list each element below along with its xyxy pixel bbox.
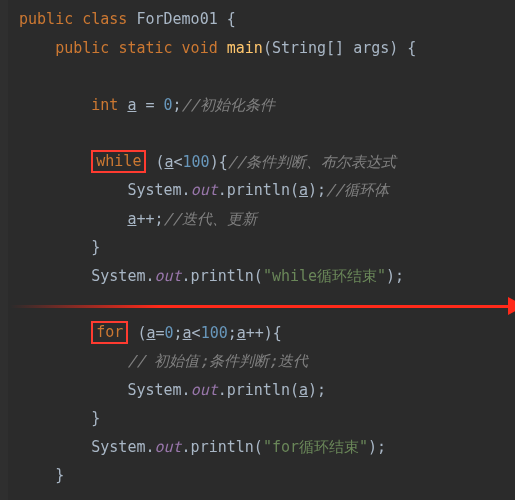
- string-literal: "while循环结束": [263, 267, 386, 285]
- brace: }: [91, 238, 100, 256]
- keyword-while: while: [96, 152, 141, 170]
- code-line: System.out.println("while循环结束");: [10, 262, 515, 291]
- gutter-fold-region: [0, 0, 8, 500]
- comment: //初始化条件: [182, 96, 275, 114]
- brace: }: [91, 409, 100, 427]
- blank-line: [10, 290, 515, 319]
- code-line: while (a<100){//条件判断、布尔表达式: [10, 148, 515, 177]
- method-println: .println(: [182, 438, 263, 456]
- method-println: .println(: [218, 381, 299, 399]
- method-println: .println(: [182, 267, 263, 285]
- code-line: int a = 0;//初始化条件: [10, 91, 515, 120]
- blank-line: [10, 62, 515, 91]
- operator: =: [136, 96, 163, 114]
- code-line: }: [10, 233, 515, 262]
- code-line: System.out.println(a);: [10, 376, 515, 405]
- comment: //循环体: [326, 181, 389, 199]
- operator-brace: ++){: [246, 324, 282, 342]
- semicolon: ;: [228, 324, 237, 342]
- semicolon: ;: [173, 96, 182, 114]
- system-class: System.: [91, 267, 154, 285]
- field-out: out: [155, 438, 182, 456]
- comment: // 初始值;条件判断;迭代: [127, 352, 307, 370]
- arrow-line: [10, 305, 508, 308]
- method-signature: (String[] args) {: [263, 39, 417, 57]
- arrow-head-icon: [508, 297, 515, 315]
- paren: (: [128, 324, 146, 342]
- keyword-static: static: [118, 39, 172, 57]
- paren-semi: );: [386, 267, 404, 285]
- brace: {: [218, 10, 236, 28]
- comment: //迭代、更新: [164, 210, 257, 228]
- semicolon: ;: [174, 324, 183, 342]
- highlight-box-for: for: [91, 321, 128, 345]
- keyword-public: public: [55, 39, 109, 57]
- field-out: out: [191, 181, 218, 199]
- code-line: // 初始值;条件判断;迭代: [10, 347, 515, 376]
- keyword-for: for: [96, 323, 123, 341]
- field-out: out: [155, 267, 182, 285]
- paren-brace: ){: [210, 153, 228, 171]
- variable-a: a: [183, 324, 192, 342]
- code-line: }: [10, 461, 515, 490]
- keyword-void: void: [182, 39, 218, 57]
- code-line: public static void main(String[] args) {: [10, 34, 515, 63]
- comment: //条件判断、布尔表达式: [228, 153, 396, 171]
- method-println: .println(: [218, 181, 299, 199]
- operator: <: [174, 153, 183, 171]
- method-main: main: [227, 39, 263, 57]
- operator: ++;: [136, 210, 163, 228]
- blank-line: [10, 119, 515, 148]
- paren: (: [146, 153, 164, 171]
- number-literal: 0: [165, 324, 174, 342]
- variable-a: a: [165, 153, 174, 171]
- arrow-annotation: [10, 301, 515, 311]
- code-line: public class ForDemo01 {: [10, 5, 515, 34]
- number-literal: 100: [201, 324, 228, 342]
- operator: =: [155, 324, 164, 342]
- variable-a: a: [237, 324, 246, 342]
- code-line: System.out.println(a);//循环体: [10, 176, 515, 205]
- code-line: a++;//迭代、更新: [10, 205, 515, 234]
- keyword-class: class: [82, 10, 127, 28]
- highlight-box-while: while: [91, 150, 146, 174]
- string-literal: "for循环结束": [263, 438, 368, 456]
- operator: <: [192, 324, 201, 342]
- system-class: System.: [127, 381, 190, 399]
- keyword-public: public: [19, 10, 73, 28]
- number-literal: 0: [164, 96, 173, 114]
- paren-semi: );: [368, 438, 386, 456]
- field-out: out: [191, 381, 218, 399]
- variable-a: a: [299, 381, 308, 399]
- variable-a: a: [299, 181, 308, 199]
- code-line: System.out.println("for循环结束");: [10, 433, 515, 462]
- paren-semi: );: [308, 381, 326, 399]
- paren-semi: );: [308, 181, 326, 199]
- brace: }: [55, 466, 64, 484]
- code-line: }: [10, 404, 515, 433]
- class-name: ForDemo01: [136, 10, 217, 28]
- keyword-int: int: [91, 96, 118, 114]
- code-line: for (a=0;a<100;a++){: [10, 319, 515, 348]
- system-class: System.: [91, 438, 154, 456]
- system-class: System.: [127, 181, 190, 199]
- number-literal: 100: [183, 153, 210, 171]
